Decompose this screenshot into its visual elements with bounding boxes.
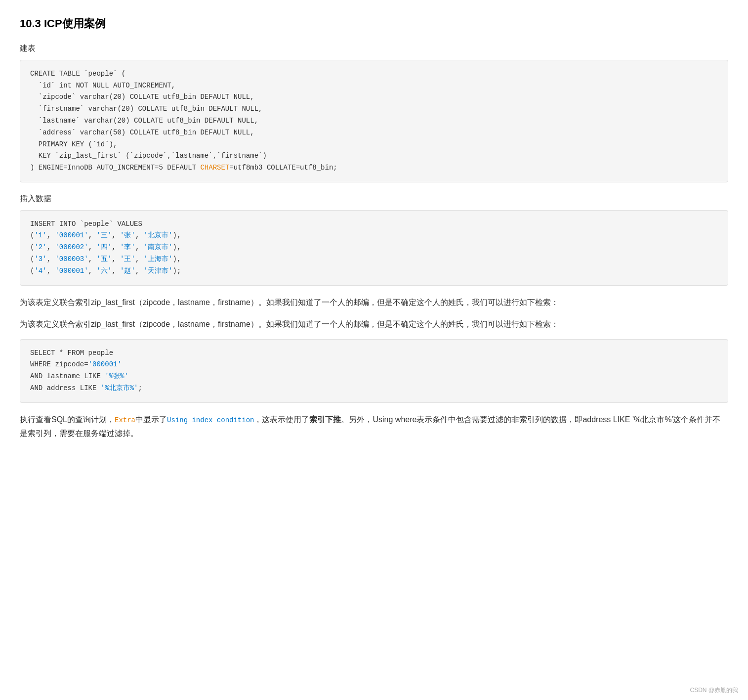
code-create-table: CREATE TABLE `people` ( `id` int NOT NUL… bbox=[20, 60, 728, 182]
charset-keyword: CHARSET bbox=[200, 164, 229, 172]
paragraph-3: 执行查看SQL的查询计划，Extra中显示了Using index condit… bbox=[20, 413, 728, 440]
paragraph3-part1: 执行查看SQL的查询计划， bbox=[20, 415, 115, 424]
code-select: SELECT * FROM people WHERE zipcode='0000… bbox=[20, 339, 728, 403]
suoyin-xiatu: 索引下推 bbox=[309, 415, 341, 424]
using-index-condition: Using index condition bbox=[167, 416, 254, 424]
paragraph-1: 为该表定义联合索引zip_last_first（zipcode，lastname… bbox=[20, 296, 728, 309]
paragraph3-part2: 中显示了 bbox=[135, 415, 167, 424]
code-insert: INSERT INTO `people` VALUES ('1', '00000… bbox=[20, 210, 728, 286]
paragraph-2: 为该表定义联合索引zip_last_first（zipcode，lastname… bbox=[20, 317, 728, 331]
section-create-label: 建表 bbox=[20, 42, 728, 55]
page-title: 10.3 ICP使用案例 bbox=[20, 15, 728, 32]
paragraph3-part3: ，这表示使用了 bbox=[254, 415, 309, 424]
section-insert-label: 插入数据 bbox=[20, 192, 728, 205]
extra-keyword: Extra bbox=[115, 416, 135, 424]
